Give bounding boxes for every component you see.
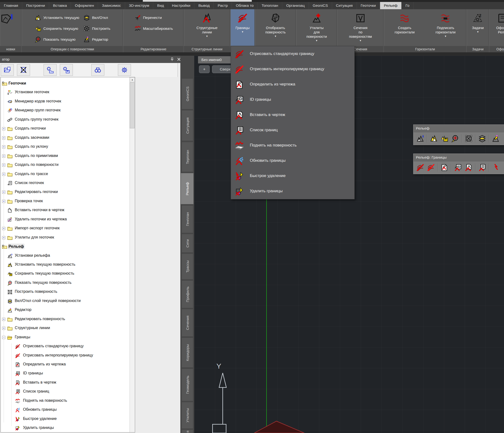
ribbon-button-масштабировать[interactable]: Масштабировать	[134, 23, 173, 34]
navigator-tool-open-file[interactable]	[1, 64, 14, 76]
tree-expand-plus-icon[interactable]: +	[2, 127, 5, 130]
tree-item-проверка-точек[interactable]: +Проверка точек	[1, 197, 129, 206]
tree-item-определить-из-чертежа[interactable]: Определить из чертежа	[1, 360, 129, 369]
ribbon-tab-3d-инструм[interactable]: 3D-инструм	[125, 2, 153, 9]
workspace-tab-трассы[interactable]: Трассы	[182, 254, 193, 279]
workspace-tab-я[interactable]: я	[182, 430, 193, 433]
palette-button-insert-drawing[interactable]	[464, 163, 473, 172]
ribbon-tab-ситуация[interactable]: Ситуация	[332, 2, 357, 9]
palette-button-set-current[interactable]	[429, 134, 438, 143]
workspace-tab-генплан[interactable]: Генплан	[182, 206, 193, 233]
tree-expand-plus-icon[interactable]: +	[2, 327, 5, 330]
tree-item-вкл-откл-слой-текущей-поверхности[interactable]: Вкл/Откл слой текущей поверхности	[1, 297, 129, 306]
palette-button-surface-settings[interactable]	[416, 134, 425, 143]
palette-button-show-current[interactable]	[451, 134, 459, 143]
palette-button-list-boundaries[interactable]	[478, 163, 486, 172]
ribbon-tab-организац[interactable]: Организац	[282, 2, 309, 9]
ribbon-tab-вывод[interactable]: Вывод	[194, 2, 214, 9]
ribbon-tab-облака-то[interactable]: Облака то	[232, 2, 258, 9]
tree-item-установить-текущую-поверхность[interactable]: Установить текущую поверхность	[1, 261, 129, 269]
menu-item-удалить-границы[interactable]: Удалить границы	[231, 184, 354, 199]
ribbon-button-вкл-откл[interactable]: Вкл/Откл	[83, 12, 110, 23]
tree-item-рельеф[interactable]: Рельеф	[1, 242, 129, 251]
ribbon-bigbutton-создать-горизонтали[interactable]: Создать горизонтали	[384, 9, 425, 46]
workspace-tab-geonics[interactable]: GeoniCS	[182, 79, 193, 109]
workspace-tab-сечения[interactable]: Сечения	[182, 309, 193, 336]
ribbon-tab-вставка[interactable]: Вставка	[49, 2, 71, 9]
workspace-tab-коридоры[interactable]: Коридоры	[182, 338, 193, 367]
menu-item-поднять-на-поверхность[interactable]: Поднять на поверхность	[231, 138, 354, 154]
tree-item-сохранить-текущую-поверхность[interactable]: Сохранить текущую поверхность	[1, 269, 129, 278]
tree-expand-plus-icon[interactable]: +	[2, 173, 5, 176]
tree-expand-plus-icon[interactable]: +	[2, 155, 5, 158]
new-tab-button[interactable]: +	[199, 65, 210, 73]
tree-item-создать-по-поверхности[interactable]: +Создать по поверхности	[1, 161, 129, 170]
ribbon-button-редактор[interactable]: Редактор	[83, 34, 110, 45]
palette-button-save-current[interactable]	[440, 134, 449, 143]
tree-item-импорт-экспорт-геоточек[interactable]: +Импорт-экспорт геоточек	[1, 224, 129, 233]
tree-item-быстрое-удаление[interactable]: Быстрое удаление	[1, 415, 129, 424]
workspace-tab-рельеф[interactable]: Рельеф	[181, 173, 193, 204]
tree-item-построить-поверхность[interactable]: Построить поверхность	[1, 288, 129, 297]
tree-item-список-границ[interactable]: Список границ	[1, 387, 129, 396]
ribbon-tab-топоплан[interactable]: Топоплан	[258, 2, 282, 9]
ribbon-tab-вид[interactable]: Вид	[153, 2, 168, 9]
tree-item-удалить-границы[interactable]: Удалить границы	[1, 424, 129, 433]
palette-button-boundary-interp[interactable]	[427, 163, 435, 172]
tree-item-утилиты-для-геоточек[interactable]: +Утилиты для геоточек	[1, 233, 129, 242]
palette-button-define-drawing[interactable]	[440, 163, 449, 172]
menu-item-отрисовать-интерполируемую-границу[interactable]: Отрисовать интерполируемую границу	[231, 62, 354, 77]
menu-item-обновить-границы[interactable]: Обновить границы	[231, 154, 354, 169]
tree-item-создать-геоточки[interactable]: +Создать геоточки	[1, 124, 129, 133]
ribbon-tab-растр[interactable]: Растр	[214, 2, 232, 9]
palette-button-build-surface[interactable]	[464, 134, 473, 143]
tree-item-вставить-в-чертеж[interactable]: Вставить в чертеж	[1, 378, 129, 387]
tree-item-создать-по-уклону[interactable]: +Создать по уклону	[1, 143, 129, 152]
menu-item-быстрое-удаление[interactable]: Быстрое удаление	[231, 169, 354, 184]
workspace-tab-профиль[interactable]: Профиль	[182, 281, 193, 308]
menu-item-вставить-в-чертеж[interactable]: Вставить в чертеж	[231, 108, 354, 123]
ribbon-tab-геоточки[interactable]: Геоточки	[357, 2, 380, 9]
menu-item-определить-из-чертежа[interactable]: Определить из чертежа	[231, 77, 354, 92]
menu-item-id-границы[interactable]: IDID границы	[231, 92, 354, 108]
workspace-tab-сети[interactable]: Сети	[182, 234, 193, 252]
ribbon-bigbutton-задачи[interactable]: 2Задачи▼	[467, 9, 489, 46]
ribbon-bigbutton-границы[interactable]: Границы▼	[231, 9, 254, 46]
ribbon-button-перенести[interactable]: Перенести	[134, 12, 173, 23]
palette-button-flash-partial[interactable]	[491, 163, 500, 172]
navigator-tool-delete-doc[interactable]	[17, 64, 30, 76]
tree-item-установки-геоточек[interactable]: Установки геоточек	[1, 88, 129, 97]
ribbon-bigbutton-офор-рел[interactable]: Офор Рел	[490, 9, 504, 46]
tree-item-поднять-на-поверхность[interactable]: Поднять на поверхность	[1, 397, 129, 406]
ribbon-bigbutton-утилиты-для-поверхности[interactable]: Утилиты для поверхности▼	[297, 9, 337, 46]
tree-item-id-границы[interactable]: IDID границы	[1, 369, 129, 378]
ribbon-tab-зависимос[interactable]: Зависимос	[98, 2, 125, 9]
tree-item-вставить-геоточки-в-чертеж[interactable]: Вставить геоточки в чертеж	[1, 206, 129, 215]
ribbon-bigbutton-подписать-горизонтали[interactable]: Подписать горизонтали▼	[425, 9, 466, 46]
tree-item-структурные-линии[interactable]: +Структурные линии	[1, 324, 129, 333]
workspace-tab-терплан[interactable]: Терплан	[182, 142, 193, 172]
ribbon-button-построить[interactable]: Построить	[83, 23, 110, 34]
ribbon-tab-оформлен[interactable]: Оформлен	[71, 2, 98, 9]
tree-item-создать-засечками[interactable]: +Создать засечками	[1, 134, 129, 143]
palette-button-editor[interactable]	[491, 134, 500, 143]
tree-item-отрисовать-стандартную-границу[interactable]: Отрисовать стандартную границу	[1, 342, 129, 351]
tree-expand-plus-icon[interactable]: +	[2, 227, 5, 230]
navigator-tool-gear[interactable]	[118, 64, 131, 76]
tree-item-границы[interactable]: −Границы	[1, 333, 129, 342]
palette-button-toggle-layers[interactable]	[478, 134, 486, 143]
palette-title[interactable]: Рельеф: Границы	[414, 154, 504, 161]
navigator-tool-gear-save[interactable]	[60, 64, 73, 76]
tree-expand-plus-icon[interactable]: +	[2, 136, 5, 139]
tree-expand-plus-icon[interactable]: +	[2, 164, 5, 167]
tree-item-менеджер-групп-геоточек[interactable]: Менеджер групп геоточек	[1, 106, 129, 115]
ribbon-bigbutton-сечения-по-поверхностям[interactable]: Сечения по поверхностям▼	[338, 9, 383, 46]
navigator-tool-gear-folder[interactable]	[44, 64, 57, 76]
tree-expand-plus-icon[interactable]: +	[2, 318, 5, 321]
tree-item-геоточки[interactable]: Геоточки	[1, 79, 129, 88]
tree-item-список-геоточек[interactable]: Список геоточек	[1, 179, 129, 188]
tree-item-создать-по-примитивам[interactable]: +Создать по примитивам	[1, 152, 129, 161]
tree-expand-plus-icon[interactable]: +	[2, 200, 5, 203]
scroll-thumb[interactable]	[130, 82, 135, 128]
scroll-up-arrow[interactable]: ▲	[130, 77, 135, 82]
